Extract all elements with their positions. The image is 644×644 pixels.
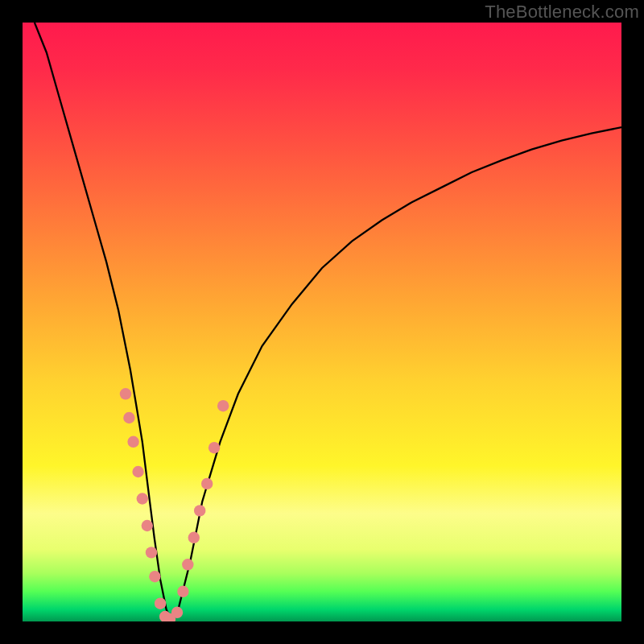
data-point <box>146 547 157 558</box>
chart-frame: TheBottleneck.com <box>0 0 644 644</box>
data-point <box>123 412 134 423</box>
data-point <box>155 598 166 609</box>
data-point <box>188 532 200 543</box>
data-point <box>142 520 153 531</box>
data-point <box>194 505 205 516</box>
bottleneck-curve <box>35 23 621 621</box>
chart-svg <box>23 23 621 621</box>
data-point <box>137 493 148 504</box>
data-point <box>120 388 131 399</box>
data-point <box>217 400 229 411</box>
data-point <box>171 607 183 618</box>
data-point <box>132 466 143 477</box>
curve-points <box>120 388 229 621</box>
plot-area <box>23 23 621 621</box>
data-point <box>177 586 188 597</box>
watermark-text: TheBottleneck.com <box>485 2 639 23</box>
data-point <box>182 559 193 570</box>
data-point <box>127 436 138 448</box>
data-point <box>201 478 213 489</box>
data-point <box>149 571 160 582</box>
data-point <box>208 442 220 453</box>
